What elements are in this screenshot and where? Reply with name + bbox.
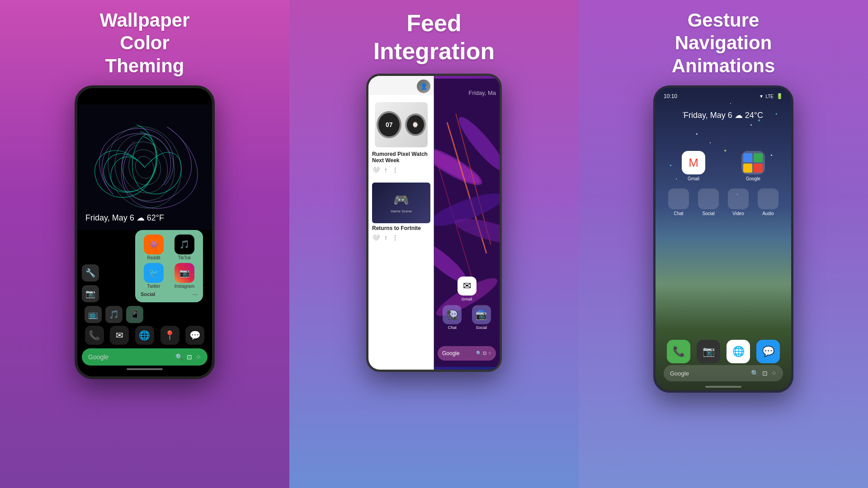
dots-icon[interactable]: ⁘ <box>196 353 201 361</box>
right-lens-icon[interactable]: 🔍 <box>751 370 759 377</box>
status-icons: ▾ LTE 🔋 <box>760 93 783 99</box>
fold-gmail[interactable]: ✉ Gmail <box>458 277 476 301</box>
feed-card-game-actions: 🤍 ↑ ⋮ <box>372 234 430 241</box>
fold-google-bar[interactable]: Google 🔍 ⊡ ⁘ <box>438 346 496 361</box>
like-icon[interactable]: 🤍 <box>372 166 380 174</box>
center-phone-fold: 👤 07 ⌚ Rumored Pixel Watch Next Week 🤍 ↑… <box>366 74 502 372</box>
right-app-row-1: M Gmail Google <box>664 151 783 181</box>
dock-mail[interactable]: ✉ <box>110 326 129 345</box>
feed-card-watch-title: Rumored Pixel Watch Next Week <box>372 151 430 164</box>
dock-maps[interactable]: 📍 <box>160 326 179 345</box>
right-bottom-dock: 📞 📷 🌐 💬 <box>656 340 791 363</box>
app-icon-camera2[interactable]: 📷 <box>82 285 99 302</box>
instagram-app[interactable]: 📷 Instagram <box>170 263 198 289</box>
feed-card-game: 🎮 Game Scene Returns to Fortnite 🤍 ↑ ⋮ <box>368 179 434 245</box>
google-bar-icons: 🔍 ⊡ ⁘ <box>175 353 201 361</box>
right-audio[interactable]: Audio <box>757 188 779 216</box>
home-indicator[interactable] <box>127 368 163 370</box>
fold-right-home: Friday, Ma ✉ Gmail <box>434 76 500 370</box>
feed-card-game-title: Returns to Fortnite <box>372 225 430 231</box>
left-phone-mockup: Friday, May 6 ☁ 62°F 🔧 📷 <box>75 85 215 379</box>
right-panel: Gesture Navigation Animations ✦ ✦ ✦ ✦ <box>579 0 868 488</box>
folder-more-icon[interactable]: ··· <box>192 291 198 298</box>
right-dock-messages[interactable]: 💬 <box>756 340 780 363</box>
fold-phone-row: 📞 📷 <box>434 305 500 324</box>
app-youtube[interactable]: 📺 <box>85 306 102 323</box>
fold-wallpaper: Friday, Ma ✉ Gmail <box>434 76 500 370</box>
feed-card-watch-actions: 🤍 ↑ ⋮ <box>372 166 430 174</box>
app-spotify[interactable]: 🎵 <box>105 306 123 323</box>
time-display: 10:10 <box>664 93 677 99</box>
signal-label: LTE <box>765 94 774 99</box>
share-icon[interactable]: ↑ <box>384 166 387 174</box>
watch-circle-1: 07 <box>377 111 401 138</box>
right-video[interactable]: Video <box>727 188 750 216</box>
right-date-weather: Friday, May 6 ☁ 24°C <box>656 110 791 120</box>
reddit-app[interactable]: 👾 Reddit <box>140 235 168 260</box>
right-dock-phone[interactable]: 📞 <box>667 340 690 363</box>
more-icon[interactable]: ⋮ <box>392 166 398 174</box>
folder-grid: 👾 Reddit 🎵 TikTok <box>140 235 198 289</box>
right-dots-icon[interactable]: ⁘ <box>771 370 777 377</box>
right-google-bar[interactable]: Google 🔍 ⊡ ⁘ <box>664 365 783 381</box>
lens-icon[interactable]: 🔍 <box>175 353 183 361</box>
google-search-bar[interactable]: Google 🔍 ⊡ ⁘ <box>82 348 208 366</box>
fold-app-grid: ✉ Gmail 💬 Chat <box>434 277 500 333</box>
share-icon-2[interactable]: ↑ <box>384 234 387 241</box>
right-phone-mockup: ✦ ✦ ✦ ✦ 10:10 ▾ LTE 🔋 Friday, May 6 ☁ 24… <box>653 85 793 393</box>
center-panel: Feed Integration 👤 07 ⌚ Rumored Pixel Wa… <box>289 0 579 488</box>
app-partial[interactable]: 📱 <box>126 306 143 323</box>
right-phone-screen: ✦ ✦ ✦ ✦ 10:10 ▾ LTE 🔋 Friday, May 6 ☁ 24… <box>656 88 791 390</box>
right-chat[interactable]: Chat <box>667 188 690 216</box>
right-app-row-2: Chat Social <box>664 188 783 216</box>
left-phone-screen: Friday, May 6 ☁ 62°F 🔧 📷 <box>77 88 212 376</box>
right-app-grid: M Gmail Google <box>656 151 791 223</box>
bottom-dock: 📞 ✉ 🌐 📍 💬 <box>82 326 208 345</box>
fold-camera-icon[interactable]: 📷 <box>472 305 491 324</box>
center-panel-title: Feed Integration <box>373 9 495 66</box>
watch-circle-2: ⌚ <box>405 113 426 136</box>
feed-card-watch: 07 ⌚ Rumored Pixel Watch Next Week 🤍 ↑ ⋮ <box>368 95 434 177</box>
app-row: 📺 🎵 📱 <box>82 306 208 323</box>
folder-bottom: Social ··· <box>140 291 198 298</box>
status-bar: 10:10 ▾ LTE 🔋 <box>656 93 791 99</box>
left-phone-content: Friday, May 6 ☁ 62°F 🔧 📷 <box>77 88 212 376</box>
twitter-app[interactable]: 🐦 Twitter <box>140 263 168 289</box>
wifi-icon: ▾ <box>760 93 763 99</box>
dock-browser[interactable]: 🌐 <box>135 326 154 345</box>
right-dock-camera[interactable]: 📷 <box>697 340 720 363</box>
right-scan-icon[interactable]: ⊡ <box>762 370 768 377</box>
right-google-icons: 🔍 ⊡ ⁘ <box>751 370 777 377</box>
watch-image: 07 ⌚ <box>375 102 427 147</box>
fold-phone-icon[interactable]: 📞 <box>443 305 462 324</box>
right-gmail[interactable]: M Gmail <box>680 151 707 181</box>
social-folder-popup[interactable]: 👾 Reddit 🎵 TikTok <box>135 230 203 302</box>
tiktok-app[interactable]: 🎵 TikTok <box>170 235 198 260</box>
right-social[interactable]: Social <box>697 188 720 216</box>
dock-messages[interactable]: 💬 <box>185 326 204 345</box>
fold-app-row-1: ✉ Gmail <box>438 277 496 301</box>
dock-phone[interactable]: 📞 <box>85 326 104 345</box>
left-panel: Wallpaper Color Theming <box>0 0 289 488</box>
right-panel-title: Gesture Navigation Animations <box>672 9 775 77</box>
right-dock-chrome[interactable]: 🌐 <box>726 340 750 363</box>
fold-google-icons: 🔍 ⊡ ⁘ <box>476 351 491 356</box>
battery-icon: 🔋 <box>776 93 783 99</box>
game-image: 🎮 Game Scene <box>372 183 430 223</box>
like-icon-2[interactable]: 🤍 <box>372 234 380 241</box>
fold-date: Friday, Ma <box>469 89 496 96</box>
left-panel-title: Wallpaper Color Theming <box>99 9 189 77</box>
app-icon-camera[interactable]: 🔧 <box>82 264 99 282</box>
more-icon-2[interactable]: ⋮ <box>392 234 398 241</box>
right-google-cluster[interactable]: Google <box>740 151 767 181</box>
right-home-indicator[interactable] <box>705 386 741 388</box>
fold-divider <box>434 76 434 370</box>
scan-icon[interactable]: ⊡ <box>187 353 192 361</box>
fold-left-feed: 👤 07 ⌚ Rumored Pixel Watch Next Week 🤍 ↑… <box>368 76 434 370</box>
left-date-weather: Friday, May 6 ☁ 62°F <box>82 213 208 223</box>
